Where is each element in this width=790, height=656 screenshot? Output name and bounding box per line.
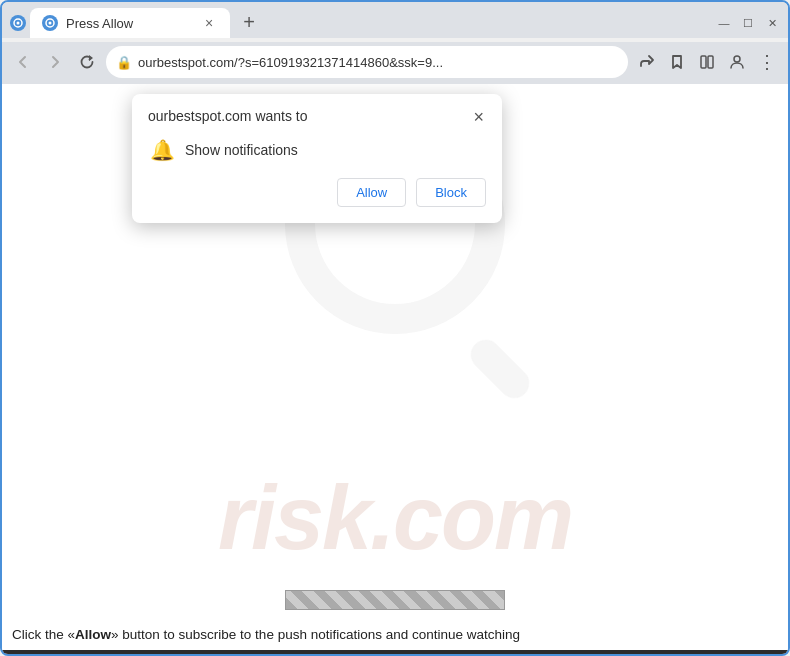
bell-icon: 🔔 <box>150 138 175 162</box>
notice-text-content: Click the «Allow» button to subscribe to… <box>12 627 520 642</box>
svg-point-7 <box>734 56 740 62</box>
svg-rect-5 <box>701 56 706 68</box>
popup-title: ourbestspot.com wants to <box>148 108 308 124</box>
title-bar: Press Allow × + — ☐ ✕ <box>10 8 780 38</box>
popup-description: Show notifications <box>185 142 298 158</box>
reload-button[interactable] <box>74 49 100 75</box>
window-close-button[interactable]: ✕ <box>764 15 780 31</box>
svg-point-3 <box>49 22 52 25</box>
notice-text: Click the «Allow» button to subscribe to… <box>2 626 788 645</box>
browser-chrome: Press Allow × + — ☐ ✕ <box>2 2 788 38</box>
progress-bar-wrap <box>285 590 505 610</box>
bottom-notification-bar: By clicking `Allow` button, you consent … <box>2 650 788 656</box>
address-actions: ⋮ <box>634 49 780 75</box>
tab-close-button[interactable]: × <box>200 14 218 32</box>
svg-rect-6 <box>708 56 713 68</box>
profile-button[interactable] <box>724 49 750 75</box>
progress-bar <box>285 590 505 610</box>
tab-title: Press Allow <box>66 16 192 31</box>
watermark-text: risk.com <box>218 467 572 570</box>
url-text: ourbestspot.com/?s=610919321371414860&ss… <box>138 55 618 70</box>
popup-close-button[interactable]: × <box>471 108 486 126</box>
tab-site-favicon <box>42 15 58 31</box>
share-button[interactable] <box>634 49 660 75</box>
notification-popup: ourbestspot.com wants to × 🔔 Show notifi… <box>132 94 502 223</box>
more-options-button[interactable]: ⋮ <box>754 49 780 75</box>
tab-favicon <box>10 15 26 31</box>
svg-point-1 <box>17 22 20 25</box>
new-tab-button[interactable]: + <box>234 8 264 36</box>
split-view-button[interactable] <box>694 49 720 75</box>
address-bar: 🔒 ourbestspot.com/?s=610919321371414860&… <box>2 42 788 84</box>
block-button[interactable]: Block <box>416 178 486 207</box>
allow-button[interactable]: Allow <box>337 178 406 207</box>
back-button[interactable] <box>10 49 36 75</box>
allow-word: Allow <box>75 627 111 642</box>
active-tab[interactable]: Press Allow × <box>30 8 230 38</box>
minimize-button[interactable]: — <box>716 15 732 31</box>
popup-row: 🔔 Show notifications <box>148 138 486 162</box>
window-controls: — ☐ ✕ <box>716 15 780 31</box>
popup-buttons: Allow Block <box>148 178 486 207</box>
address-input[interactable]: 🔒 ourbestspot.com/?s=610919321371414860&… <box>106 46 628 78</box>
maximize-button[interactable]: ☐ <box>740 15 756 31</box>
lock-icon: 🔒 <box>116 55 132 70</box>
browser-content: risk.com Click the «Allow» button to sub… <box>2 84 788 650</box>
forward-button[interactable] <box>42 49 68 75</box>
bookmark-button[interactable] <box>664 49 690 75</box>
svg-marker-4 <box>89 55 93 61</box>
popup-header: ourbestspot.com wants to × <box>148 108 486 126</box>
